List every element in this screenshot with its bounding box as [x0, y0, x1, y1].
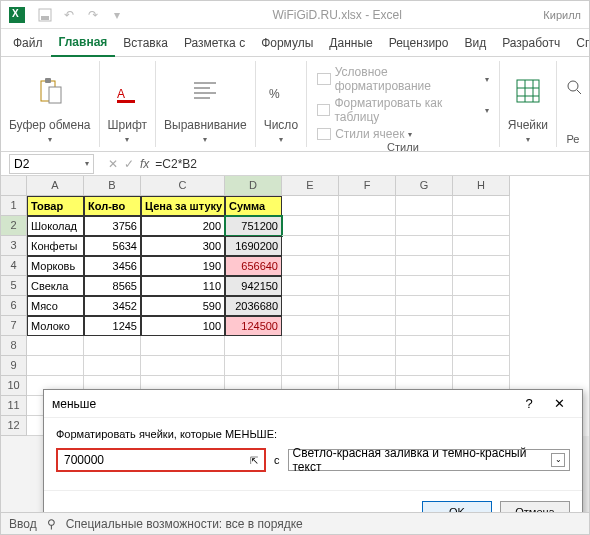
cell[interactable] [453, 296, 510, 316]
cell[interactable] [339, 336, 396, 356]
cell-sum[interactable]: 124500 [225, 316, 282, 336]
cell[interactable] [396, 356, 453, 376]
cell-sum[interactable]: 656640 [225, 256, 282, 276]
cell[interactable] [453, 196, 510, 216]
cell[interactable] [141, 336, 225, 356]
cell[interactable] [453, 276, 510, 296]
tab-review[interactable]: Рецензиро [381, 30, 457, 56]
tab-developer[interactable]: Разработч [494, 30, 568, 56]
cell[interactable] [339, 216, 396, 236]
save-icon[interactable] [35, 5, 55, 25]
row-header[interactable]: 8 [1, 336, 27, 356]
cell-product[interactable]: Шоколад [27, 216, 84, 236]
header-cell[interactable]: Сумма [225, 196, 282, 216]
paste-button[interactable] [37, 63, 63, 118]
cell-sum[interactable]: 2036680 [225, 296, 282, 316]
cell[interactable] [339, 236, 396, 256]
cell[interactable] [396, 216, 453, 236]
accessibility-icon[interactable]: ⚲ [47, 517, 56, 531]
cell[interactable] [282, 256, 339, 276]
cell[interactable] [27, 356, 84, 376]
cell[interactable] [453, 316, 510, 336]
fx-icon[interactable]: fx [140, 157, 149, 171]
formula-input[interactable]: =C2*B2 [155, 157, 197, 171]
tab-data[interactable]: Данные [321, 30, 380, 56]
cell[interactable] [396, 196, 453, 216]
conditional-formatting-button[interactable]: Условное форматирование ▾ [317, 65, 489, 93]
cell[interactable] [282, 336, 339, 356]
undo-icon[interactable]: ↶ [59, 5, 79, 25]
cell[interactable] [396, 316, 453, 336]
cell[interactable] [282, 216, 339, 236]
redo-icon[interactable]: ↷ [83, 5, 103, 25]
tab-view[interactable]: Вид [456, 30, 494, 56]
cell[interactable] [339, 256, 396, 276]
cell-price[interactable]: 100 [141, 316, 225, 336]
cell-qty[interactable]: 5634 [84, 236, 141, 256]
cell-qty[interactable]: 3452 [84, 296, 141, 316]
row-header[interactable]: 11 [1, 396, 27, 416]
cell[interactable] [396, 336, 453, 356]
row-header[interactable]: 12 [1, 416, 27, 436]
cell[interactable] [339, 316, 396, 336]
cell[interactable] [339, 356, 396, 376]
cell[interactable] [27, 336, 84, 356]
chevron-down-icon[interactable]: ▾ [85, 159, 89, 168]
font-button[interactable]: A [115, 63, 139, 118]
cell[interactable] [453, 256, 510, 276]
cell[interactable] [396, 276, 453, 296]
column-header-h[interactable]: H [453, 176, 510, 196]
column-header-a[interactable]: A [27, 176, 84, 196]
cell[interactable] [282, 316, 339, 336]
cell[interactable] [84, 356, 141, 376]
cell[interactable] [141, 356, 225, 376]
help-button[interactable]: ? [514, 396, 544, 411]
column-header-g[interactable]: G [396, 176, 453, 196]
cell-sum[interactable]: 942150 [225, 276, 282, 296]
tab-file[interactable]: Файл [5, 30, 51, 56]
column-header-d[interactable]: D [225, 176, 282, 196]
name-box[interactable]: D2▾ [9, 154, 94, 174]
header-cell[interactable]: Кол-во [84, 196, 141, 216]
column-header-f[interactable]: F [339, 176, 396, 196]
cell[interactable] [282, 236, 339, 256]
cell[interactable] [225, 336, 282, 356]
accept-formula-icon[interactable]: ✓ [124, 157, 134, 171]
cell-sum[interactable]: 751200 [225, 216, 282, 236]
row-header[interactable]: 5 [1, 276, 27, 296]
cell[interactable] [396, 256, 453, 276]
cell-qty[interactable]: 1245 [84, 316, 141, 336]
row-header[interactable]: 6 [1, 296, 27, 316]
cell-price[interactable]: 300 [141, 236, 225, 256]
cell-price[interactable]: 200 [141, 216, 225, 236]
column-header-e[interactable]: E [282, 176, 339, 196]
cell[interactable] [453, 356, 510, 376]
cell[interactable] [225, 356, 282, 376]
cells-button[interactable] [515, 63, 541, 118]
column-header-c[interactable]: C [141, 176, 225, 196]
cell[interactable] [282, 356, 339, 376]
header-cell[interactable]: Товар [27, 196, 84, 216]
cell-price[interactable]: 190 [141, 256, 225, 276]
tab-home[interactable]: Главная [51, 29, 116, 57]
cell[interactable] [339, 196, 396, 216]
cancel-formula-icon[interactable]: ✕ [108, 157, 118, 171]
cell-qty[interactable]: 3456 [84, 256, 141, 276]
number-button[interactable]: % [269, 63, 293, 118]
tab-layout[interactable]: Разметка с [176, 30, 253, 56]
cell-product[interactable]: Свекла [27, 276, 84, 296]
alignment-button[interactable] [192, 63, 218, 118]
row-header[interactable]: 10 [1, 376, 27, 396]
tab-help[interactable]: Спр [568, 30, 590, 56]
cell-styles-button[interactable]: Стили ячеек ▾ [317, 127, 412, 141]
qat-dropdown-icon[interactable]: ▾ [107, 5, 127, 25]
cell[interactable] [282, 276, 339, 296]
header-cell[interactable]: Цена за штуку [141, 196, 225, 216]
cell[interactable] [339, 296, 396, 316]
row-header[interactable]: 7 [1, 316, 27, 336]
cell[interactable] [453, 336, 510, 356]
cell[interactable] [84, 336, 141, 356]
row-header[interactable]: 4 [1, 256, 27, 276]
row-header[interactable]: 9 [1, 356, 27, 376]
row-header[interactable]: 2 [1, 216, 27, 236]
